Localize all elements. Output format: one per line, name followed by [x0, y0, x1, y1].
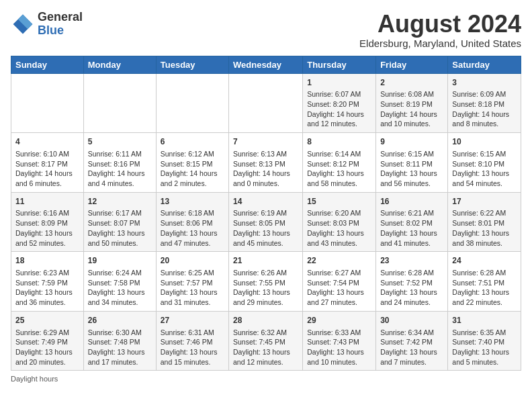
- calendar-cell: 5Sunrise: 6:11 AM Sunset: 8:16 PM Daylig…: [83, 133, 156, 193]
- calendar-cell: 19Sunrise: 6:24 AM Sunset: 7:58 PM Dayli…: [83, 252, 156, 312]
- calendar-cell: 22Sunrise: 6:27 AM Sunset: 7:54 PM Dayli…: [303, 252, 376, 312]
- day-number: 17: [452, 196, 517, 208]
- calendar-cell: [11, 73, 84, 133]
- day-number: 31: [452, 315, 517, 326]
- day-number: 18: [15, 255, 79, 267]
- day-number: 25: [15, 315, 79, 326]
- day-number: 9: [380, 136, 443, 148]
- day-number: 1: [307, 77, 371, 89]
- day-number: 7: [233, 136, 298, 148]
- header-day: Saturday: [448, 56, 521, 73]
- day-number: 11: [15, 196, 79, 208]
- day-info: Sunrise: 6:27 AM Sunset: 7:54 PM Dayligh…: [307, 268, 371, 308]
- day-info: Sunrise: 6:31 AM Sunset: 7:46 PM Dayligh…: [161, 328, 224, 367]
- day-info: Sunrise: 6:18 AM Sunset: 8:06 PM Dayligh…: [161, 208, 224, 248]
- location: Eldersburg, Maryland, United States: [359, 38, 521, 49]
- day-info: Sunrise: 6:12 AM Sunset: 8:15 PM Dayligh…: [161, 149, 224, 189]
- calendar-cell: 27Sunrise: 6:31 AM Sunset: 7:46 PM Dayli…: [156, 311, 228, 371]
- day-info: Sunrise: 6:15 AM Sunset: 8:11 PM Dayligh…: [380, 149, 443, 189]
- footer-note: Daylight hours: [11, 375, 521, 383]
- day-number: 27: [161, 315, 224, 326]
- calendar-cell: 30Sunrise: 6:34 AM Sunset: 7:42 PM Dayli…: [376, 311, 448, 371]
- day-number: 8: [307, 136, 371, 148]
- day-info: Sunrise: 6:34 AM Sunset: 7:42 PM Dayligh…: [380, 328, 443, 367]
- header: General Blue August 2024 Eldersburg, Mar…: [11, 11, 521, 49]
- header-day: Tuesday: [156, 56, 228, 73]
- day-info: Sunrise: 6:33 AM Sunset: 7:43 PM Dayligh…: [307, 328, 371, 367]
- calendar-cell: 10Sunrise: 6:15 AM Sunset: 8:10 PM Dayli…: [448, 133, 521, 193]
- day-number: 12: [88, 196, 152, 208]
- calendar-week: 1Sunrise: 6:07 AM Sunset: 8:20 PM Daylig…: [11, 73, 521, 133]
- calendar-week: 18Sunrise: 6:23 AM Sunset: 7:59 PM Dayli…: [11, 252, 521, 312]
- day-info: Sunrise: 6:20 AM Sunset: 8:03 PM Dayligh…: [307, 208, 371, 248]
- calendar-cell: 14Sunrise: 6:19 AM Sunset: 8:05 PM Dayli…: [229, 192, 303, 252]
- header-day: Monday: [83, 56, 156, 73]
- day-info: Sunrise: 6:29 AM Sunset: 7:49 PM Dayligh…: [15, 328, 79, 367]
- day-number: 30: [380, 315, 443, 326]
- calendar-cell: [156, 73, 228, 133]
- calendar-cell: 3Sunrise: 6:09 AM Sunset: 8:18 PM Daylig…: [448, 73, 521, 133]
- calendar-cell: 17Sunrise: 6:22 AM Sunset: 8:01 PM Dayli…: [448, 192, 521, 252]
- day-info: Sunrise: 6:21 AM Sunset: 8:02 PM Dayligh…: [380, 208, 443, 248]
- day-info: Sunrise: 6:13 AM Sunset: 8:13 PM Dayligh…: [233, 149, 298, 189]
- day-number: 22: [307, 255, 371, 267]
- day-number: 23: [380, 255, 443, 267]
- calendar-cell: 29Sunrise: 6:33 AM Sunset: 7:43 PM Dayli…: [303, 311, 376, 371]
- day-number: 28: [233, 315, 298, 326]
- calendar-cell: 15Sunrise: 6:20 AM Sunset: 8:03 PM Dayli…: [303, 192, 376, 252]
- logo-text: General Blue: [38, 11, 83, 38]
- calendar-cell: 25Sunrise: 6:29 AM Sunset: 7:49 PM Dayli…: [11, 311, 84, 371]
- calendar-cell: 23Sunrise: 6:28 AM Sunset: 7:52 PM Dayli…: [376, 252, 448, 312]
- calendar-cell: 21Sunrise: 6:26 AM Sunset: 7:55 PM Dayli…: [229, 252, 303, 312]
- calendar-cell: 12Sunrise: 6:17 AM Sunset: 8:07 PM Dayli…: [83, 192, 156, 252]
- day-info: Sunrise: 6:30 AM Sunset: 7:48 PM Dayligh…: [88, 328, 152, 367]
- day-number: 19: [88, 255, 152, 267]
- day-info: Sunrise: 6:15 AM Sunset: 8:10 PM Dayligh…: [452, 149, 517, 189]
- calendar-cell: 11Sunrise: 6:16 AM Sunset: 8:09 PM Dayli…: [11, 192, 84, 252]
- calendar-cell: 8Sunrise: 6:14 AM Sunset: 8:12 PM Daylig…: [303, 133, 376, 193]
- logo: General Blue: [11, 11, 83, 38]
- day-info: Sunrise: 6:14 AM Sunset: 8:12 PM Dayligh…: [307, 149, 371, 189]
- day-info: Sunrise: 6:28 AM Sunset: 7:51 PM Dayligh…: [452, 268, 517, 308]
- day-info: Sunrise: 6:07 AM Sunset: 8:20 PM Dayligh…: [307, 89, 371, 129]
- day-number: 21: [233, 255, 298, 267]
- day-number: 2: [380, 77, 443, 89]
- month-year: August 2024: [359, 11, 521, 38]
- calendar-table: SundayMondayTuesdayWednesdayThursdayFrid…: [11, 56, 521, 371]
- day-info: Sunrise: 6:23 AM Sunset: 7:59 PM Dayligh…: [15, 268, 79, 308]
- calendar-cell: 4Sunrise: 6:10 AM Sunset: 8:17 PM Daylig…: [11, 133, 84, 193]
- calendar-cell: 1Sunrise: 6:07 AM Sunset: 8:20 PM Daylig…: [303, 73, 376, 133]
- calendar-week: 11Sunrise: 6:16 AM Sunset: 8:09 PM Dayli…: [11, 192, 521, 252]
- calendar-cell: 13Sunrise: 6:18 AM Sunset: 8:06 PM Dayli…: [156, 192, 228, 252]
- day-info: Sunrise: 6:28 AM Sunset: 7:52 PM Dayligh…: [380, 268, 443, 308]
- logo-icon: [11, 12, 35, 36]
- calendar-cell: 24Sunrise: 6:28 AM Sunset: 7:51 PM Dayli…: [448, 252, 521, 312]
- day-number: 26: [88, 315, 152, 326]
- day-info: Sunrise: 6:26 AM Sunset: 7:55 PM Dayligh…: [233, 268, 298, 308]
- calendar-cell: 6Sunrise: 6:12 AM Sunset: 8:15 PM Daylig…: [156, 133, 228, 193]
- title-area: August 2024 Eldersburg, Maryland, United…: [359, 11, 521, 49]
- header-day: Sunday: [11, 56, 84, 73]
- day-info: Sunrise: 6:08 AM Sunset: 8:19 PM Dayligh…: [380, 89, 443, 129]
- day-number: 29: [307, 315, 371, 326]
- day-number: 4: [15, 136, 79, 148]
- header-day: Wednesday: [229, 56, 303, 73]
- calendar-cell: 20Sunrise: 6:25 AM Sunset: 7:57 PM Dayli…: [156, 252, 228, 312]
- calendar-header: SundayMondayTuesdayWednesdayThursdayFrid…: [11, 56, 521, 73]
- day-info: Sunrise: 6:25 AM Sunset: 7:57 PM Dayligh…: [161, 268, 224, 308]
- calendar-cell: 2Sunrise: 6:08 AM Sunset: 8:19 PM Daylig…: [376, 73, 448, 133]
- day-info: Sunrise: 6:22 AM Sunset: 8:01 PM Dayligh…: [452, 208, 517, 248]
- calendar-body: 1Sunrise: 6:07 AM Sunset: 8:20 PM Daylig…: [11, 73, 521, 371]
- calendar-cell: 7Sunrise: 6:13 AM Sunset: 8:13 PM Daylig…: [229, 133, 303, 193]
- day-info: Sunrise: 6:16 AM Sunset: 8:09 PM Dayligh…: [15, 208, 79, 248]
- day-number: 3: [452, 77, 517, 89]
- day-number: 13: [161, 196, 224, 208]
- calendar-cell: 26Sunrise: 6:30 AM Sunset: 7:48 PM Dayli…: [83, 311, 156, 371]
- day-info: Sunrise: 6:35 AM Sunset: 7:40 PM Dayligh…: [452, 328, 517, 367]
- header-row: SundayMondayTuesdayWednesdayThursdayFrid…: [11, 56, 521, 73]
- calendar-cell: [229, 73, 303, 133]
- day-info: Sunrise: 6:10 AM Sunset: 8:17 PM Dayligh…: [15, 149, 79, 189]
- day-number: 10: [452, 136, 517, 148]
- calendar-cell: [83, 73, 156, 133]
- calendar-cell: 18Sunrise: 6:23 AM Sunset: 7:59 PM Dayli…: [11, 252, 84, 312]
